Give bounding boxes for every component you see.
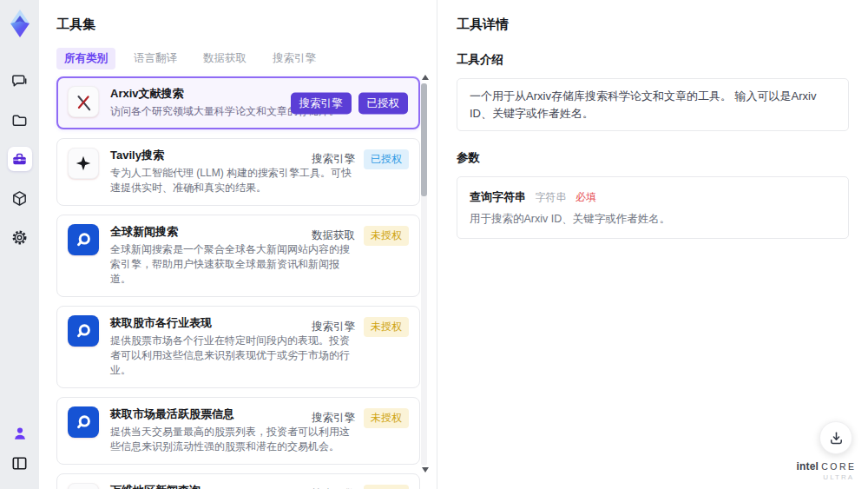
parameter-name: 查询字符串	[470, 190, 526, 203]
parameter-header: 查询字符串 字符串 必填	[470, 188, 836, 205]
download-icon	[828, 430, 845, 446]
detail-title: 工具详情	[457, 17, 849, 33]
download-button[interactable]	[819, 421, 852, 454]
parameter-item: 查询字符串 字符串 必填 用于搜索的Arxiv ID、关键字或作者姓名。	[457, 176, 849, 239]
tool-description: 提供当天交易量最高的股票列表，投资者可以利用这些信息来识别流动性强的股票和潜在的…	[110, 425, 352, 454]
tool-description: 提供股票市场各个行业在特定时间段内的表现。投资者可以利用这些信息来识别表现优于或…	[110, 334, 352, 378]
app-logo-gem-icon	[6, 8, 34, 39]
tool-badges: 搜索引擎 未授权	[312, 485, 409, 489]
tool-card-global-news[interactable]: 全球新闻搜索 全球新闻搜索是一个聚合全球各大新闻网站内容的搜索引擎，帮助用户快速…	[56, 215, 420, 297]
category-badge: 搜索引擎	[312, 411, 355, 426]
toolbox-icon	[10, 150, 29, 169]
tool-card-arxiv[interactable]: Arxiv文献搜索 访问各个研究领域大量科学论文和文章的存储库。 搜索引擎 已授…	[56, 76, 420, 129]
auth-status-badge: 未授权	[364, 408, 409, 428]
chat-icon	[10, 72, 29, 90]
intel-sub-text: ultra	[795, 473, 858, 481]
sidebar-item-files[interactable]	[8, 108, 32, 132]
category-badge: 搜索引擎	[312, 152, 355, 167]
magnifier-app-icon	[68, 224, 99, 255]
tool-description: 全球新闻搜索是一个聚合全球各大新闻网站内容的搜索引擎，帮助用户快速获取全球最新资…	[110, 242, 352, 287]
intel-brand-text: intel	[796, 460, 819, 472]
params-heading: 参数	[457, 150, 849, 166]
magnifier-app-icon	[68, 406, 99, 438]
user-icon	[11, 425, 29, 442]
tab-all-categories[interactable]: 所有类别	[56, 48, 115, 69]
category-badge: 数据获取	[312, 228, 355, 243]
sidebar-item-settings[interactable]	[8, 225, 32, 249]
category-tabs: 所有类别 语言翻译 数据获取 搜索引擎	[56, 48, 324, 69]
sidebar-bottom	[8, 421, 32, 475]
tab-translation[interactable]: 语言翻译	[126, 48, 185, 69]
auth-status-badge: 已授权	[364, 149, 409, 169]
scrollbar-down-icon[interactable]	[422, 467, 429, 472]
tool-card-sector-performance[interactable]: 获取股市各行业表现 提供股票市场各个行业在特定时间段内的表现。投资者可以利用这些…	[56, 306, 420, 388]
sidebar-item-collapse[interactable]	[8, 451, 32, 475]
intro-heading: 工具介绍	[457, 52, 849, 68]
category-badge: 搜索引擎	[291, 92, 352, 114]
intel-product-text: core	[821, 461, 856, 472]
tool-badges: 搜索引擎 未授权	[312, 317, 409, 337]
tool-list: Arxiv文献搜索 访问各个研究领域大量科学论文和文章的存储库。 搜索引擎 已授…	[56, 76, 420, 489]
auth-status-badge: 已授权	[358, 92, 409, 114]
tool-badges: 数据获取 未授权	[312, 226, 409, 246]
cube-icon	[10, 189, 29, 208]
parameter-description: 用于搜索的Arxiv ID、关键字或作者姓名。	[470, 212, 836, 227]
tool-description: 专为人工智能代理 (LLM) 构建的搜索引擎工具。可快速提供实时、准确和真实的结…	[110, 166, 352, 195]
scrollbar-up-icon[interactable]	[422, 75, 429, 80]
page-title: 工具集	[56, 17, 95, 33]
scrollbar-thumb[interactable]	[421, 83, 427, 196]
parameter-required-flag: 必填	[575, 191, 596, 203]
tab-search-engine[interactable]: 搜索引擎	[265, 48, 324, 69]
parameter-type: 字符串	[535, 191, 566, 203]
folder-icon	[10, 111, 29, 129]
tool-badges: 搜索引擎 未授权	[312, 408, 409, 428]
tool-detail-panel: 工具详情 工具介绍 一个用于从Arxiv存储库搜索科学论文和文章的工具。 输入可…	[437, 0, 868, 489]
tavily-star-icon	[68, 148, 99, 179]
sidebar-item-chat[interactable]	[8, 69, 32, 93]
intel-core-wordmark: intelcore	[795, 461, 858, 473]
tool-badges: 搜索引擎 已授权	[312, 149, 409, 169]
app-window: 工具集 所有类别 语言翻译 数据获取 搜索引擎 Arxiv文献搜索 访问	[0, 0, 868, 489]
tab-data-fetch[interactable]: 数据获取	[195, 48, 254, 69]
tool-card-tavily[interactable]: Tavily搜索 专为人工智能代理 (LLM) 构建的搜索引擎工具。可快速提供实…	[56, 138, 420, 206]
auth-status-badge: 未授权	[364, 317, 409, 337]
tool-badges: 搜索引擎 已授权	[291, 92, 409, 114]
auth-status-badge: 未授权	[364, 226, 409, 246]
tool-intro-text: 一个用于从Arxiv存储库搜索科学论文和文章的工具。 输入可以是Arxiv ID…	[457, 78, 849, 131]
arxiv-icon	[68, 86, 99, 117]
gear-icon	[10, 228, 29, 247]
sidebar-item-toolbox[interactable]	[8, 147, 32, 171]
sidebar-item-account[interactable]	[8, 421, 32, 446]
magnifier-app-icon	[68, 315, 99, 347]
newspaper-icon	[68, 483, 99, 489]
sidebar-item-models[interactable]	[8, 186, 32, 210]
category-badge: 搜索引擎	[312, 320, 355, 334]
tool-card-most-active-stocks[interactable]: 获取市场最活跃股票信息 提供当天交易量最高的股票列表，投资者可以利用这些信息来识…	[56, 397, 420, 465]
auth-status-badge: 未授权	[364, 485, 409, 489]
panel-toggle-icon	[10, 454, 29, 472]
sidebar-nav	[8, 69, 32, 249]
sidebar	[0, 0, 39, 489]
tool-card-regional-news[interactable]: 万维地区新闻查询 查询具体行政区划内的新闻，快速了解各地新闻动 搜索引擎 未授权	[56, 473, 420, 489]
intel-core-logo: intelcore ultra	[795, 461, 858, 481]
tool-list-panel: 工具集 所有类别 语言翻译 数据获取 搜索引擎 Arxiv文献搜索 访问	[39, 0, 437, 489]
